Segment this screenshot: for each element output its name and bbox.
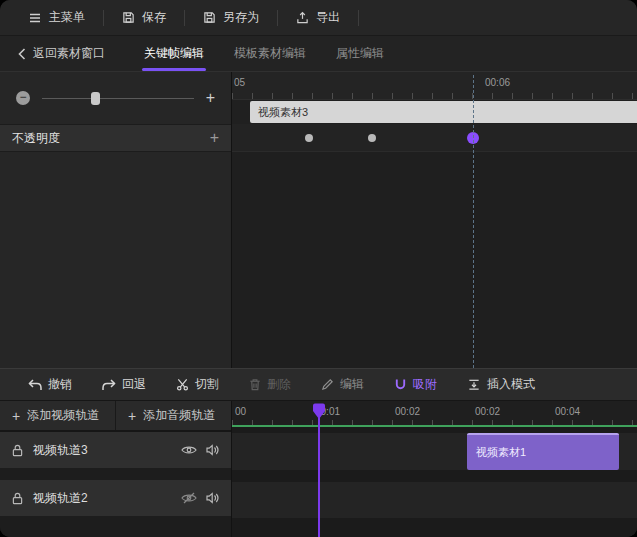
tool-label: 切割 [195,376,219,393]
scissors-icon [176,378,189,391]
playhead-pin[interactable] [313,403,326,420]
clip-video-material-3[interactable]: 视频素材3 [250,101,637,123]
top-toolbar: 主菜单 保存 另存为 导出 [0,0,637,36]
track-header-video-track-2[interactable]: 视频轨道2 [0,480,231,516]
snap-button[interactable]: 吸附 [394,376,437,393]
cut-button[interactable]: 切割 [176,376,219,393]
keyframe-playhead-line[interactable] [473,75,474,368]
add-track-row: + 添加视频轨道 + 添加音频轨道 [0,401,231,432]
keyframe-track-strip[interactable] [232,124,637,152]
undo-button[interactable]: 撤销 [28,376,72,393]
ruler-label: 00:04 [555,406,580,417]
ruler-label: 00:02 [395,406,420,417]
zoom-slider-handle[interactable] [91,92,100,105]
tab-label: 模板素材编辑 [234,45,306,62]
keyframe-clip-lane: 视频素材3 [232,100,637,124]
plus-icon: + [12,408,20,424]
ruler-label: 00 [235,406,246,417]
property-row-opacity[interactable]: 不透明度 + [0,124,231,152]
track-header-video-track-3[interactable]: 视频轨道3 [0,432,231,468]
menu-icon [28,11,42,25]
clip-label: 视频素材3 [258,105,308,120]
save-as-icon [203,11,216,24]
delete-button[interactable]: 删除 [249,376,291,393]
save-icon [122,11,135,24]
track-area-top-line [232,425,637,427]
keyframe-left-panel: − + 不透明度 + [0,72,232,368]
ruler-ticks [232,420,637,425]
tool-label: 编辑 [340,376,364,393]
export-icon [296,11,309,24]
save-button[interactable]: 保存 [104,0,184,35]
edit-button[interactable]: 编辑 [321,376,364,393]
save-as-button[interactable]: 另存为 [185,0,277,35]
plus-icon: + [128,408,136,424]
ruler-label: 00:06 [485,77,510,88]
zoom-control-row: − + [0,72,231,124]
back-label: 返回素材窗口 [33,45,105,62]
timeline-area: + 添加视频轨道 + 添加音频轨道 视频轨道3 视频轨道2 [0,400,637,537]
clip-video-material-1[interactable]: 视频素材1 [467,433,619,470]
lock-icon[interactable] [12,492,23,505]
track-name: 视频轨道2 [33,490,173,507]
rollback-button[interactable]: 回退 [102,376,146,393]
redo-icon [102,379,116,391]
eye-icon[interactable] [181,444,197,456]
zoom-in-button[interactable]: + [206,91,215,105]
volume-icon[interactable] [205,492,219,504]
timeline-tracks-panel: 00 00:01 00:02 00:02 00:04 视频素材1 [232,401,637,537]
keyframe-dot[interactable] [305,134,313,142]
property-label: 不透明度 [12,130,60,147]
pencil-icon [321,378,334,391]
ruler-label: 00:02 [475,406,500,417]
save-as-label: 另存为 [223,9,259,26]
keyframe-right-panel: 05 00:06 视频素材3 [232,72,637,368]
tool-label: 撤销 [48,376,72,393]
volume-icon[interactable] [205,444,219,456]
export-label: 导出 [316,9,340,26]
add-video-track-button[interactable]: + 添加视频轨道 [0,401,116,430]
add-keyframe-button[interactable]: + [210,129,219,147]
tab-template-material-edit[interactable]: 模板素材编辑 [219,36,321,71]
add-video-track-label: 添加视频轨道 [27,407,99,424]
tool-label: 回退 [122,376,146,393]
timeline-ruler[interactable]: 00 00:01 00:02 00:02 00:04 [232,401,637,425]
zoom-slider[interactable] [42,91,194,106]
back-to-material-window-button[interactable]: 返回素材窗口 [18,36,105,71]
tab-bar: 返回素材窗口 关键帧编辑 模板素材编辑 属性编辑 [0,36,637,72]
edit-toolbar: 撤销 回退 切割 删除 编辑 吸附 插入模式 [0,368,637,400]
insert-mode-button[interactable]: 插入模式 [467,376,535,393]
tool-label: 删除 [267,376,291,393]
zoom-slider-track[interactable] [42,98,194,99]
keyframe-dot[interactable] [368,134,376,142]
zoom-out-button[interactable]: − [16,91,30,105]
add-audio-track-label: 添加音频轨道 [143,407,215,424]
tool-label: 吸附 [413,376,437,393]
ruler-ticks [232,93,637,99]
save-label: 保存 [142,9,166,26]
keyframe-timeline-ruler[interactable]: 05 00:06 [232,72,637,100]
tab-label: 属性编辑 [336,45,384,62]
track-lane-video-track-2[interactable] [232,482,637,518]
main-menu-label: 主菜单 [49,9,85,26]
chevron-left-icon [18,48,26,60]
main-menu-button[interactable]: 主菜单 [10,0,103,35]
eye-off-icon[interactable] [181,492,197,504]
lock-icon[interactable] [12,444,23,457]
toolbar-separator [358,10,359,26]
magnet-icon [394,378,407,391]
track-name: 视频轨道3 [33,442,173,459]
tab-property-edit[interactable]: 属性编辑 [321,36,399,71]
trash-icon [249,378,261,391]
insert-mode-icon [467,378,481,391]
export-button[interactable]: 导出 [278,0,358,35]
video-editor-window: 主菜单 保存 另存为 导出 返回素材窗口 关键帧编辑 模板素材编辑 [0,0,637,537]
add-audio-track-button[interactable]: + 添加音频轨道 [116,401,231,430]
tab-keyframe-edit[interactable]: 关键帧编辑 [129,36,219,71]
playhead-line[interactable] [318,413,320,537]
timeline-track-headers: + 添加视频轨道 + 添加音频轨道 视频轨道3 视频轨道2 [0,401,232,537]
track-lane-video-track-3[interactable]: 视频素材1 [232,433,637,470]
clip-label: 视频素材1 [476,445,526,460]
keyframe-editor-area: − + 不透明度 + 05 00:06 视频素材3 [0,72,637,368]
undo-icon [28,379,42,391]
